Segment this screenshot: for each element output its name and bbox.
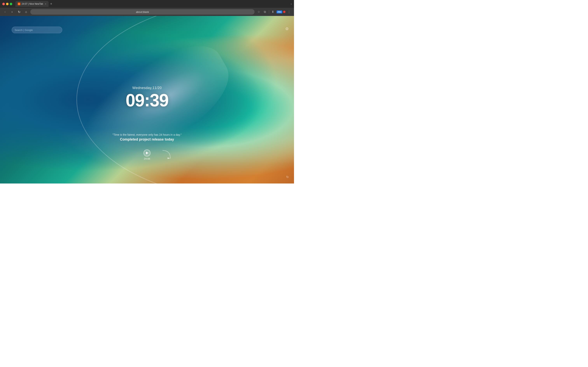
record-indicator [283,11,286,13]
close-button[interactable] [2,3,5,5]
title-bar: N 24:07 | Nice NewTab × + › [0,0,294,8]
tab-close-button[interactable]: × [45,3,46,5]
quote-area: "Time is the fairest, everyone only has … [89,133,205,145]
address-bar[interactable] [30,9,254,15]
tab-bar: N 24:07 | Nice NewTab × + [15,1,289,7]
maximize-button[interactable] [10,3,12,5]
menu-button[interactable]: ⋮ [286,9,292,15]
refresh-background-button[interactable]: ↻ [285,174,290,180]
new-tab-button[interactable]: + [49,2,54,6]
active-tab[interactable]: N 24:07 | Nice NewTab × [15,1,49,7]
search-container [12,27,62,33]
traffic-lights [2,3,12,5]
tab-title: 24:07 | Nice NewTab [22,2,43,5]
extensions-button[interactable]: ⧉ [262,9,268,15]
page-content: ⚙ Wednesday,11/20 09:39 "Time is the fai… [0,16,294,184]
clock-area: Wednesday,11/20 09:39 [126,86,168,109]
toolbar: ‹ › ↻ ⌂ ☆ ⧉ ⬇ 24m ⋮ [0,8,294,16]
download-button[interactable]: ⬇ [270,9,276,15]
toolbar-actions: ☆ ⧉ ⬇ 24m ⋮ [256,9,292,15]
forward-button[interactable]: › [9,9,15,15]
play-icon [146,152,148,154]
reload-button[interactable]: ↻ [16,9,22,15]
search-input[interactable] [12,27,62,33]
date-display: Wednesday,11/20 [126,86,168,90]
timer-display: 24:06 [143,157,151,160]
back-button[interactable]: ‹ [2,9,8,15]
minimize-button[interactable] [6,3,8,5]
timer-widget: 24:06 [143,150,151,160]
browser-frame: N 24:07 | Nice NewTab × + › ‹ › ↻ ⌂ ☆ ⧉ … [0,0,294,184]
timer-play-button[interactable] [143,150,151,157]
tab-favicon: N [18,2,20,5]
time-display: 09:39 [126,92,168,109]
bookmark-button[interactable]: ☆ [256,9,261,15]
home-button[interactable]: ⌂ [23,9,29,15]
task-text: Completed project release today [89,137,205,142]
timer-badge[interactable]: 24m [277,10,282,13]
settings-button[interactable]: ⚙ [284,26,290,32]
quote-text: "Time is the fairest, everyone only has … [89,133,205,136]
tab-list-chevron[interactable]: › [291,2,292,5]
